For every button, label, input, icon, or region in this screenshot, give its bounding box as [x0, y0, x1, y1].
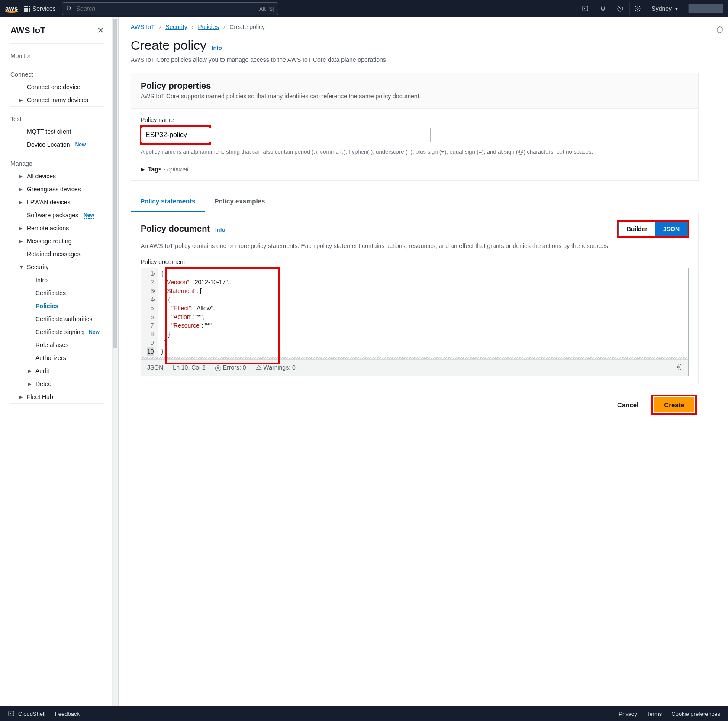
global-search[interactable]: [Alt+S] [62, 2, 278, 15]
sidebar-item-certificate-authorities[interactable]: Certificate authorities [0, 312, 112, 325]
new-badge: New [75, 142, 86, 148]
sidebar-item-label: Message routing [27, 238, 72, 245]
cookie-preferences-link[interactable]: Cookie preferences [671, 711, 720, 717]
sidebar-item-remote-actions[interactable]: ▶Remote actions [0, 222, 112, 235]
chevron-down-icon: ▼ [674, 6, 679, 11]
svg-point-5 [637, 8, 638, 10]
sidebar-item-greengrass-devices[interactable]: ▶Greengrass devices [0, 183, 112, 196]
sidebar-item-audit[interactable]: ▶Audit [0, 364, 112, 377]
main-content: AWS IoT›Security›Policies›Create policy … [119, 17, 711, 706]
sidebar-item-label: Connect one device [27, 84, 81, 90]
caret-right-icon: ▶ [19, 238, 23, 244]
sidebar-section-title: Monitor [0, 50, 112, 62]
breadcrumb-sep: › [192, 23, 194, 30]
sidebar-item-authorizers[interactable]: Authorizers [0, 351, 112, 364]
resource-hex-icon[interactable] [716, 26, 724, 34]
aws-logo[interactable]: aws [5, 5, 18, 13]
page-info-link[interactable]: Info [212, 45, 222, 51]
svg-line-1 [70, 10, 71, 11]
terms-link[interactable]: Terms [647, 711, 662, 717]
sidebar-item-connect-many-devices[interactable]: ▶Connect many devices [0, 93, 112, 106]
sidebar-item-mqtt-test-client[interactable]: MQTT test client [0, 125, 112, 138]
create-button[interactable]: Create [654, 397, 694, 412]
cloudshell-icon[interactable] [577, 2, 593, 15]
tags-label: Tags [148, 166, 162, 173]
sidebar-item-label: LPWAN devices [27, 199, 71, 206]
account-menu[interactable] [688, 4, 723, 13]
caret-right-icon: ▶ [141, 166, 145, 172]
sidebar-item-connect-one-device[interactable]: Connect one device [0, 80, 112, 93]
editor-warnings: Warnings: 0 [256, 364, 296, 371]
breadcrumb-item[interactable]: Policies [198, 23, 219, 30]
tags-optional: - optional [164, 166, 189, 173]
policy-properties-heading: Policy properties [141, 81, 689, 91]
policy-document-info-link[interactable]: Info [215, 226, 225, 233]
new-badge: New [84, 212, 94, 219]
caret-right-icon: ▶ [28, 381, 32, 387]
privacy-link[interactable]: Privacy [618, 711, 637, 717]
editor-settings-icon[interactable] [674, 363, 682, 372]
caret-right-icon: ▶ [19, 200, 23, 205]
sidebar-item-software-packages[interactable]: Software packagesNew [0, 209, 112, 222]
svg-point-0 [67, 6, 70, 10]
editor-mode-toggle: Builder JSON [618, 222, 688, 236]
sidebar-item-security[interactable]: ▼Security [0, 261, 112, 274]
sidebar-close-icon[interactable]: ✕ [97, 25, 104, 35]
editor-label: Policy document [131, 258, 698, 268]
json-editor[interactable]: 12345678910 { "Version": "2012-10-17", "… [141, 268, 689, 376]
sidebar-item-certificate-signing[interactable]: Certificate signingNew [0, 325, 112, 338]
caret-right-icon: ▶ [19, 97, 23, 103]
toggle-builder-button[interactable]: Builder [619, 222, 655, 236]
console-footer: CloudShell Feedback Privacy Terms Cookie… [0, 706, 728, 721]
region-selector[interactable]: Sydney ▼ [647, 2, 683, 15]
breadcrumb-item[interactable]: Security [165, 23, 187, 30]
caret-right-icon: ▶ [19, 225, 23, 231]
sidebar-item-label: Fleet Hub [27, 393, 53, 400]
policy-name-input[interactable] [141, 128, 431, 142]
caret-right-icon: ▶ [19, 174, 23, 179]
search-input[interactable] [76, 5, 254, 12]
sidebar-scrollbar[interactable] [113, 17, 119, 706]
sidebar-item-label: Role aliases [35, 341, 68, 348]
sidebar-title: AWS IoT [10, 26, 45, 35]
breadcrumb: AWS IoT›Security›Policies›Create policy [131, 23, 699, 30]
sidebar-item-certificates[interactable]: Certificates [0, 286, 112, 299]
toggle-json-button[interactable]: JSON [655, 222, 687, 236]
sidebar-item-retained-messages[interactable]: Retained messages [0, 248, 112, 261]
help-icon[interactable] [612, 2, 628, 15]
notifications-icon[interactable] [595, 2, 610, 15]
sidebar-item-policies[interactable]: Policies [0, 299, 112, 312]
sidebar-section-title: Manage [0, 158, 112, 170]
services-label: Services [32, 5, 56, 12]
sidebar-item-message-routing[interactable]: ▶Message routing [0, 235, 112, 248]
tab-policy-examples[interactable]: Policy examples [205, 191, 275, 212]
sidebar-item-label: Greengrass devices [27, 186, 81, 193]
services-menu[interactable]: Services [24, 5, 56, 12]
page-description: AWS IoT Core policies allow you to manag… [131, 56, 699, 63]
feedback-link[interactable]: Feedback [55, 711, 80, 717]
cloudshell-link[interactable]: CloudShell [18, 711, 45, 717]
tab-policy-statements[interactable]: Policy statements [131, 191, 205, 212]
right-rail [711, 17, 728, 706]
sidebar-item-all-devices[interactable]: ▶All devices [0, 170, 112, 183]
tags-expander[interactable]: ▶ Tags - optional [141, 166, 689, 173]
breadcrumb-item[interactable]: AWS IoT [131, 23, 155, 30]
sidebar-item-intro[interactable]: Intro [0, 274, 112, 286]
caret-down-icon: ▼ [19, 264, 23, 270]
settings-icon[interactable] [629, 2, 645, 15]
sidebar-item-detect[interactable]: ▶Detect [0, 377, 112, 390]
editor-lang: JSON [147, 364, 163, 371]
policy-document-heading: Policy document [141, 224, 210, 234]
sidebar-item-device-location[interactable]: Device LocationNew [0, 138, 112, 151]
caret-right-icon: ▶ [19, 394, 23, 400]
editor-errors: ✕Errors: 0 [215, 364, 246, 371]
sidebar-item-label: Connect many devices [27, 97, 88, 103]
svg-point-4 [620, 10, 621, 10]
sidebar-item-label: All devices [27, 173, 56, 180]
sidebar-item-fleet-hub[interactable]: ▶Fleet Hub [0, 390, 112, 403]
sidebar-item-label: Policies [35, 303, 58, 309]
cancel-button[interactable]: Cancel [608, 396, 648, 414]
sidebar-item-lpwan-devices[interactable]: ▶LPWAN devices [0, 196, 112, 209]
services-grid-icon [24, 6, 30, 12]
sidebar-item-role-aliases[interactable]: Role aliases [0, 338, 112, 351]
